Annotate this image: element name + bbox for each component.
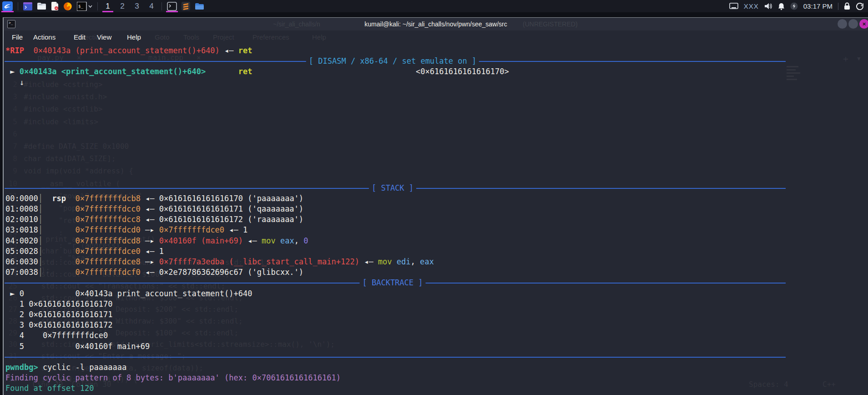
kali-menu-button[interactable]	[0, 0, 15, 12]
taskbar-qterminal-button[interactable]	[165, 0, 179, 12]
terminal-row: 1 0×6161616161616170	[5, 299, 868, 309]
text-segment: 0	[303, 236, 308, 245]
terminal-row: ► 0×40143a <print_account_statement()+64…	[5, 66, 868, 77]
text-segment: 3	[5, 320, 29, 329]
text-segment: —▸	[141, 257, 159, 266]
panel-separator	[97, 2, 98, 10]
panel-separator	[838, 3, 838, 10]
text-segment: 0×7fffffffdcc8	[76, 215, 141, 224]
text-segment: 0×7fffffffdcc0	[76, 204, 141, 213]
logout-icon[interactable]	[856, 2, 863, 10]
top-panel: $_ 1234	[0, 0, 868, 12]
terminal-content[interactable]: pay.py ×main.cpp × + ▼ 2#include <cstrin…	[4, 44, 868, 395]
terminal-row	[5, 172, 868, 182]
display-icon[interactable]	[729, 3, 738, 10]
workspace-switcher: 1234	[101, 0, 159, 12]
terminal-row: 00:0000│ rsp 0×7fffffffdcb8 ◂— 0×6161616…	[5, 193, 868, 204]
text-segment: ,	[294, 236, 303, 245]
text-segment: 0×6161616161616170	[29, 299, 112, 309]
text-segment: 01:0008	[5, 204, 38, 213]
text-segment: 0×6161616161616170 ('paaaaaaa')	[159, 194, 303, 203]
text-segment: ◂—	[220, 46, 238, 55]
text-segment: ret	[238, 46, 252, 55]
ghost-menu-item: Project	[213, 33, 234, 41]
taskbar-sublime-button[interactable]	[179, 0, 192, 12]
clock[interactable]: 03:17 PM	[803, 2, 833, 10]
terminal-row: *RIP 0×40143a (print_account_statement()…	[5, 46, 868, 56]
workspace-button-4[interactable]: 4	[144, 0, 159, 12]
terminal-row: ► 0 0×40143a print_account_statement()+6…	[5, 289, 868, 299]
text-segment: —▸	[141, 236, 159, 245]
menu-view[interactable]: View	[95, 32, 113, 42]
network-indicator[interactable]: XXX	[744, 2, 759, 10]
terminal-window-icon	[23, 2, 32, 10]
section-header-label: [ DISASM / x86-64 / set emulate on ]	[306, 56, 479, 66]
svg-text:$_: $_	[78, 4, 83, 9]
text-segment: rsp	[52, 194, 66, 203]
text-segment: │	[38, 268, 76, 277]
text-segment: │	[38, 236, 76, 245]
workspace-button-3[interactable]: 3	[130, 0, 144, 12]
terminal-row: 07:0038│ 0×7fffffffdcf0 ◂— 0×2e787863626…	[5, 267, 868, 278]
terminal-row: 06:0030│ 0×7fffffffdce8 —▸ 0×7ffff7a3edb…	[5, 257, 868, 267]
text-segment: ◂—	[141, 215, 159, 224]
terminal-emulator-launcher[interactable]	[21, 0, 35, 12]
text-segment: 0×6161616161616172	[29, 320, 112, 329]
terminal-dropdown-launcher[interactable]: $_	[75, 0, 95, 12]
text-editor-launcher[interactable]	[49, 0, 61, 12]
text-segment: 0×6161616161616171 ('qaaaaaaa')	[159, 204, 303, 213]
text-segment: │	[38, 247, 76, 256]
terminal-row: pwndbg> cyclic -l paaaaaaa	[5, 362, 868, 373]
text-segment: 0×7fffffffdce0	[76, 247, 141, 256]
text-segment: ◂—	[359, 257, 378, 266]
text-segment: *RIP	[5, 46, 24, 55]
menu-edit[interactable]: Edit	[72, 32, 87, 42]
text-segment: ►	[5, 67, 20, 76]
volume-icon[interactable]	[764, 3, 772, 10]
file-manager-launcher[interactable]	[35, 0, 49, 12]
text-segment: 0×7fffffffdcd0	[76, 225, 141, 234]
text-segment: 05:0028	[5, 247, 38, 256]
text-segment: 0×40143a print_account_statement()+640	[76, 289, 252, 298]
text-segment: 0×40160f (main+69)	[159, 236, 243, 245]
text-segment: cyclic -l paaaaaaa	[43, 363, 126, 372]
terminal-row	[5, 151, 868, 162]
text-segment: 0×6161616161616171	[29, 310, 112, 319]
text-segment: 0×40143a <print_account_statement()+640>	[20, 67, 206, 76]
window-titlebar[interactable]: ~/sir_ali_challs/n (UNREGISTERED) kumail…	[4, 18, 868, 30]
section-header-label: [ STACK ]	[369, 183, 416, 193]
text-segment: ,	[411, 257, 420, 266]
text-segment: 04:0020	[5, 236, 38, 245]
text-segment	[66, 194, 75, 203]
lock-icon[interactable]	[844, 2, 850, 10]
text-segment: 0×7fffffffdce0	[43, 331, 108, 340]
text-segment: ► 0	[5, 289, 76, 298]
text-segment: 0×7fffffffdcf0	[76, 268, 141, 277]
minimize-button[interactable]	[838, 19, 847, 29]
text-segment	[392, 257, 397, 266]
taskbar-folder-button[interactable]	[192, 0, 207, 12]
menu-file[interactable]: File	[10, 32, 25, 42]
text-segment: ret	[238, 67, 252, 76]
close-button[interactable]: ×	[859, 19, 868, 29]
text-segment: 00:0000	[5, 194, 38, 203]
workspace-button-2[interactable]: 2	[115, 0, 130, 12]
workspace-button-1[interactable]: 1	[101, 0, 115, 12]
text-segment: 5	[5, 342, 76, 351]
terminal-row: 01:0008│ 0×7fffffffdcc0 ◂— 0×61616161616…	[5, 204, 868, 214]
text-segment: ◂—	[141, 194, 159, 203]
text-segment	[276, 236, 280, 245]
firefox-launcher[interactable]	[61, 0, 75, 12]
maximize-button[interactable]	[848, 19, 858, 29]
terminal-row: 4 0×7fffffffdce0	[5, 330, 868, 341]
text-segment: 0×6161616161616172 ('raaaaaaa')	[159, 215, 303, 224]
text-segment: mov	[262, 236, 276, 245]
menu-actions[interactable]: Actions	[31, 32, 57, 42]
menu-help[interactable]: Help	[125, 32, 143, 42]
text-segment: 0×7fffffffdce8	[76, 257, 141, 266]
text-segment: │	[38, 204, 76, 213]
terminal-row: ↓	[5, 77, 868, 88]
power-manager-icon[interactable]	[790, 2, 798, 10]
text-segment: │	[38, 257, 76, 266]
notification-bell-icon[interactable]	[778, 3, 785, 10]
